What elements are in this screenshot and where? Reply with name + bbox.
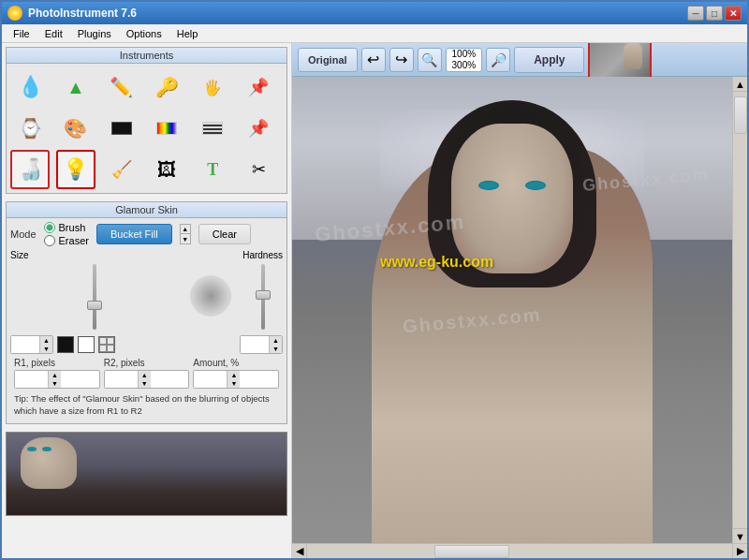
menu-edit[interactable]: Edit — [37, 26, 70, 41]
hardness-spin-down[interactable]: ▼ — [269, 345, 282, 353]
thumbnail-figure — [624, 43, 642, 69]
eraser-radio-item[interactable]: Eraser — [44, 235, 89, 246]
tool-fill[interactable] — [102, 109, 141, 148]
r2-spin-up[interactable]: ▲ — [138, 371, 151, 379]
scroll-right-button[interactable]: ▶ — [732, 544, 747, 558]
bottle-icon: 🍶 — [18, 157, 43, 182]
size-spin-up[interactable]: ▲ — [39, 336, 52, 345]
h-scroll-thumb[interactable] — [434, 545, 509, 558]
amount-spin-down[interactable]: ▼ — [227, 379, 240, 388]
amount-input[interactable]: 10 — [194, 371, 227, 388]
r1-group: R1, pixels 1.6 ▲ ▼ — [14, 358, 100, 389]
color-swatch-white[interactable] — [78, 336, 95, 353]
tool-pencil[interactable]: ✏️ — [102, 67, 141, 107]
zoom-display: 100% 300% — [446, 48, 483, 72]
tool-bottle[interactable]: 🍶 — [10, 150, 50, 189]
redo-button[interactable]: ↪ — [389, 48, 414, 72]
menu-help[interactable]: Help — [169, 26, 206, 41]
tool-gradient[interactable] — [147, 109, 186, 148]
amount-spinner: 10 ▲ ▼ — [193, 370, 279, 389]
clear-button[interactable]: Clear — [198, 224, 251, 244]
zoom-bottom: 300% — [452, 60, 477, 71]
scroll-left-button[interactable]: ◀ — [292, 544, 307, 558]
menu-plugins[interactable]: Plugins — [70, 26, 119, 41]
tool-eraser-tool[interactable]: 🧹 — [102, 150, 141, 189]
pencil-icon: ✏️ — [110, 76, 133, 98]
menu-file[interactable]: File — [6, 26, 37, 41]
original-button[interactable]: Original — [298, 48, 358, 72]
text-icon: T — [207, 160, 218, 180]
tool-pin[interactable]: 📌 — [239, 67, 278, 107]
hardness-spinner: 50 ▲ ▼ — [240, 335, 283, 354]
minimize-button[interactable]: ─ — [687, 6, 704, 21]
undo-button[interactable]: ↩ — [361, 48, 386, 72]
scroll-thumb[interactable] — [734, 96, 747, 134]
tool-pushpin[interactable]: 📌 — [239, 109, 278, 148]
apply-button[interactable]: Apply — [514, 47, 584, 73]
menu-bar: File Edit Plugins Options Help — [2, 24, 747, 43]
scroll-up-button[interactable]: ▲ — [733, 77, 747, 92]
r1-spin-down[interactable]: ▼ — [48, 379, 61, 388]
tool-smudge[interactable]: 🖐 — [193, 67, 232, 107]
water-drop-icon: 💧 — [18, 75, 43, 99]
brush-radio-item[interactable]: Brush — [44, 222, 89, 233]
tool-bulb[interactable]: 💡 — [56, 150, 95, 189]
r1-spinner: 1.6 ▲ ▼ — [14, 370, 100, 389]
menu-options[interactable]: Options — [119, 26, 169, 41]
tool-color-wheel[interactable]: 🎨 — [56, 109, 95, 148]
eraser-icon: 🧹 — [111, 159, 132, 180]
size-spinner-btns: ▲ ▼ — [39, 336, 52, 353]
size-track — [93, 264, 96, 330]
tool-text[interactable]: T — [193, 150, 232, 189]
size-spin-down[interactable]: ▼ — [39, 345, 52, 353]
r1-spin-up[interactable]: ▲ — [48, 371, 61, 379]
bucket-spin-down[interactable]: ▼ — [181, 234, 190, 243]
size-input[interactable]: 41 — [11, 336, 39, 353]
title-bar-left: PhotoInstrument 7.6 — [7, 6, 137, 21]
size-spinner: 41 ▲ ▼ — [10, 335, 53, 354]
horizontal-scrollbar[interactable]: ◀ ▶ — [292, 543, 747, 558]
lines-icon — [202, 122, 223, 135]
r1-input[interactable]: 1.6 — [15, 371, 48, 388]
bucket-fill-button[interactable]: Bucket Fill — [96, 224, 172, 244]
hardness-input[interactable]: 50 — [241, 336, 269, 353]
r2-input[interactable]: 5.2 — [105, 371, 138, 388]
glamour-skin-title: Glamour Skin — [7, 202, 286, 218]
tool-picture[interactable]: 🖼 — [147, 150, 186, 189]
bucket-spin-up[interactable]: ▲ — [181, 225, 190, 234]
hardness-spin-up[interactable]: ▲ — [269, 336, 282, 345]
zoom-top: 100% — [452, 49, 477, 60]
h-scroll-track — [307, 544, 732, 558]
eraser-label: Eraser — [59, 235, 89, 246]
eraser-radio[interactable] — [44, 235, 55, 246]
size-label: Size — [10, 250, 28, 260]
r2-spinner: 5.2 ▲ ▼ — [104, 370, 190, 389]
tool-scissors[interactable]: ✂ — [239, 150, 278, 189]
tip-text: Tip: The effect of "Glamour Skin" based … — [14, 392, 279, 418]
color-swatch-black[interactable] — [57, 336, 74, 353]
tool-watch[interactable]: ⌚ — [10, 109, 50, 148]
vertical-scrollbar[interactable]: ▲ ▼ — [732, 77, 747, 543]
scroll-down-button[interactable]: ▼ — [733, 528, 747, 543]
hardness-thumb[interactable] — [256, 290, 271, 300]
tool-cone[interactable]: ▲ — [56, 67, 95, 107]
grid-icon[interactable] — [98, 336, 115, 353]
brush-radio[interactable] — [44, 222, 55, 233]
grid-cell-1 — [99, 337, 107, 345]
tool-stamp[interactable]: 🔑 — [147, 67, 186, 107]
gradient-icon — [156, 122, 177, 135]
amount-spin-up[interactable]: ▲ — [227, 371, 240, 379]
mode-label: Mode — [10, 228, 37, 240]
grid-cell-4 — [107, 345, 114, 352]
tool-lines[interactable] — [193, 109, 232, 148]
tool-water-drop[interactable]: 💧 — [10, 67, 50, 107]
maximize-button[interactable]: □ — [706, 6, 723, 21]
zoom-out-button[interactable]: 🔍 — [418, 48, 442, 72]
watch-icon: ⌚ — [19, 117, 42, 140]
close-button[interactable]: ✕ — [725, 6, 742, 21]
instruments-section: Instruments 💧 ▲ ✏️ 🔑 — [6, 47, 287, 194]
size-thumb[interactable] — [87, 301, 102, 310]
r2-spin-down[interactable]: ▼ — [138, 379, 151, 388]
zoom-in-button[interactable]: 🔎 — [486, 48, 510, 72]
fill-icon — [111, 122, 132, 135]
